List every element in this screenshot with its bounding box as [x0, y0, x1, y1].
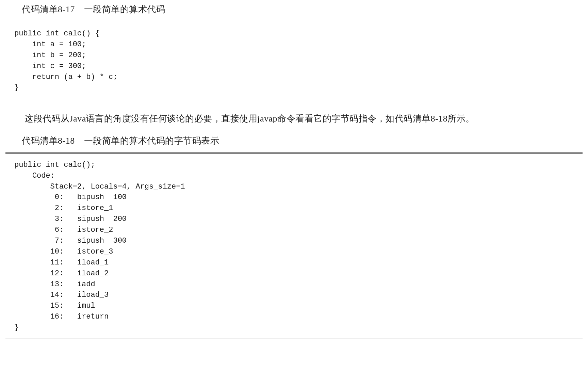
code-listing-box-2: public int calc(); Code: Stack=2, Locals…	[5, 152, 583, 340]
code-listing-id-1: 代码清单8-17	[22, 4, 75, 14]
code-listing-box-1: public int calc() { int a = 100; int b =…	[5, 21, 583, 100]
code-listing-code-2: public int calc(); Code: Stack=2, Locals…	[14, 160, 576, 333]
code-listing-code-1: public int calc() { int a = 100; int b =…	[14, 28, 576, 93]
code-listing-heading-1: 代码清单8-17 一段简单的算术代码	[5, 0, 583, 21]
document-page: 代码清单8-17 一段简单的算术代码 public int calc() { i…	[0, 0, 588, 388]
code-listing-caption-2: 一段简单的算术代码的字节码表示	[84, 136, 219, 146]
code-listing-heading-2: 代码清单8-18 一段简单的算术代码的字节码表示	[5, 131, 583, 152]
body-paragraph: 这段代码从Java语言的角度没有任何谈论的必要，直接使用javap命令看看它的字…	[5, 100, 583, 131]
code-listing-id-2: 代码清单8-18	[22, 136, 75, 146]
code-listing-caption-1: 一段简单的算术代码	[84, 4, 165, 14]
